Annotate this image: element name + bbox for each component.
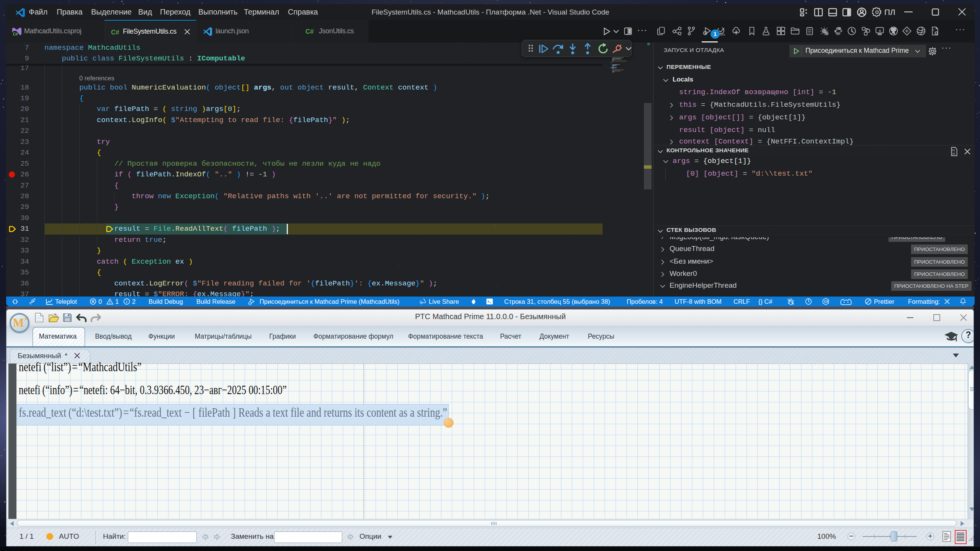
svg-text:C#: C# xyxy=(111,29,119,36)
svg-text:C#: C# xyxy=(305,28,314,35)
svg-text:C: C xyxy=(933,29,934,32)
svg-text:C#: C# xyxy=(824,300,828,303)
svg-text:C#: C# xyxy=(13,32,18,36)
svg-text:10: 10 xyxy=(952,152,955,155)
svg-text:01: 01 xyxy=(952,149,955,152)
